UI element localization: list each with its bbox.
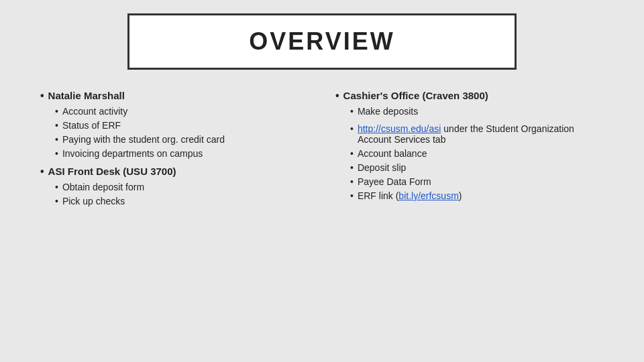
account-balance-text: Account balance [358,148,427,159]
sub-bullet-erf-link: ERF link (bit.ly/erfcsusm) [350,190,604,201]
natalie-label: Natalie Marshall [48,90,125,101]
slide-container: OVERVIEW Natalie Marshall Account activi… [0,0,644,362]
erf-link-anchor[interactable]: bit.ly/erfcsusm [398,190,458,201]
status-erf-text: Status of ERF [62,120,121,131]
link-block: http://csusm.edu/asi under the Student O… [350,123,604,145]
left-section-2: ASI Front Desk (USU 3700) Obtain deposit… [40,166,309,206]
asi-label: ASI Front Desk (USU 3700) [48,166,176,177]
left-column: Natalie Marshall Account activity Status… [40,90,322,349]
sub-bullet-pick-up-checks: Pick up checks [55,196,309,206]
payee-data-form-text: Payee Data Form [358,176,431,187]
main-bullet-natalie: Natalie Marshall [40,90,309,102]
sub-bullet-account-balance: Account balance [350,148,604,159]
title-box: OVERVIEW [127,13,517,70]
main-bullet-asi: ASI Front Desk (USU 3700) [40,166,309,178]
link-block-text: http://csusm.edu/asi under the Student O… [358,123,604,145]
right-column: Cashier's Office (Craven 3800) Make depo… [322,90,604,349]
erf-link-text: ERF link (bit.ly/erfcsusm) [358,190,462,201]
account-activity-text: Account activity [62,106,127,117]
sub-bullet-obtain-deposit: Obtain deposit form [55,182,309,192]
content-area: Natalie Marshall Account activity Status… [40,90,604,349]
left-section-1: Natalie Marshall Account activity Status… [40,90,309,159]
invoicing-text: Invoicing departments on campus [62,148,203,159]
sub-bullet-account-activity: Account activity [55,106,309,117]
make-deposits-text: Make deposits [358,106,418,117]
pick-up-checks-text: Pick up checks [62,196,125,206]
cashier-label: Cashier's Office (Craven 3800) [343,90,488,101]
deposit-slip-text: Deposit slip [358,162,406,173]
obtain-deposit-text: Obtain deposit form [62,182,144,192]
sub-bullet-payee-data-form: Payee Data Form [350,176,604,187]
sub-bullet-deposit-slip: Deposit slip [350,162,604,173]
main-bullet-cashier: Cashier's Office (Craven 3800) [335,90,604,102]
sub-bullet-make-deposits: Make deposits [350,106,604,117]
right-section-1: Cashier's Office (Craven 3800) Make depo… [335,90,604,117]
sub-bullet-paying: Paying with the student org. credit card [55,134,309,145]
right-section-2: http://csusm.edu/asi under the Student O… [335,123,604,201]
sub-bullet-status-erf: Status of ERF [55,120,309,131]
csusm-link[interactable]: http://csusm.edu/asi [358,123,441,134]
sub-bullet-invoicing: Invoicing departments on campus [55,148,309,159]
paying-text: Paying with the student org. credit card [62,134,225,145]
slide-title: OVERVIEW [249,27,394,55]
